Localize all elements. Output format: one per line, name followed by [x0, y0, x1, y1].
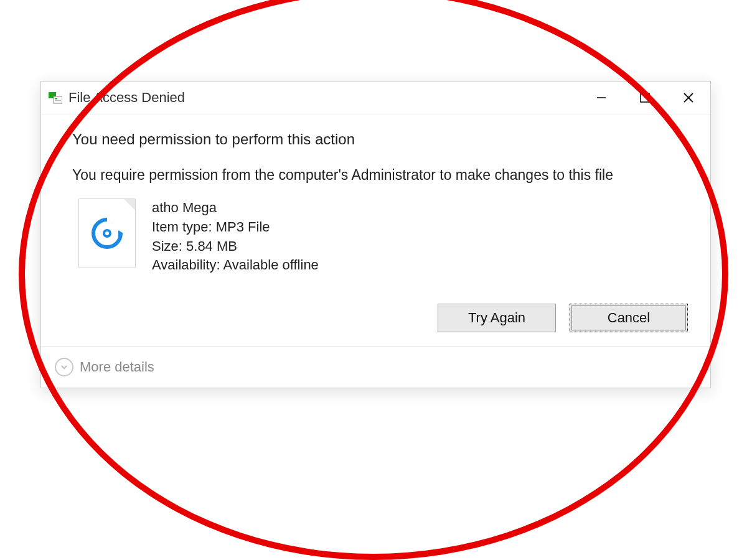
- mp3-file-icon: [78, 198, 136, 268]
- svg-rect-5: [641, 93, 649, 102]
- button-row: Try Again Cancel: [41, 304, 710, 346]
- svg-rect-3: [55, 100, 61, 101]
- file-type-label: Item type:: [152, 219, 216, 235]
- svg-rect-2: [55, 98, 57, 100]
- file-size-line: Size: 5.84 MB: [152, 237, 319, 256]
- svg-rect-1: [54, 96, 62, 103]
- chevron-down-icon: [55, 358, 73, 376]
- permission-body: You require permission from the computer…: [72, 166, 688, 185]
- app-icon: [49, 91, 62, 105]
- file-name: atho Mega: [152, 198, 319, 218]
- permission-heading: You need permission to perform this acti…: [72, 131, 688, 148]
- file-availability-line: Availability: Available offline: [152, 256, 319, 275]
- window-controls: [580, 82, 710, 114]
- file-type-line: Item type: MP3 File: [152, 218, 319, 237]
- file-availability-label: Availability:: [152, 257, 223, 273]
- minimize-button[interactable]: [580, 82, 623, 114]
- more-details-toggle[interactable]: More details: [41, 346, 710, 388]
- file-info-row: atho Mega Item type: MP3 File Size: 5.84…: [78, 198, 688, 275]
- titlebar: File Access Denied: [41, 82, 710, 114]
- svg-point-10: [105, 231, 109, 235]
- file-availability-value: Available offline: [223, 257, 319, 273]
- more-details-label: More details: [80, 359, 154, 375]
- file-access-denied-dialog: File Access Denied You need permission t…: [40, 81, 711, 388]
- file-meta: atho Mega Item type: MP3 File Size: 5.84…: [152, 198, 319, 275]
- cancel-button[interactable]: Cancel: [570, 304, 688, 332]
- maximize-button[interactable]: [623, 82, 667, 114]
- file-size-value: 5.84 MB: [186, 238, 237, 254]
- close-button[interactable]: [667, 82, 710, 114]
- dialog-body: You need permission to perform this acti…: [41, 114, 710, 304]
- window-title: File Access Denied: [68, 90, 185, 106]
- file-size-label: Size:: [152, 238, 186, 254]
- try-again-button[interactable]: Try Again: [438, 304, 556, 332]
- file-type-value: MP3 File: [216, 219, 270, 235]
